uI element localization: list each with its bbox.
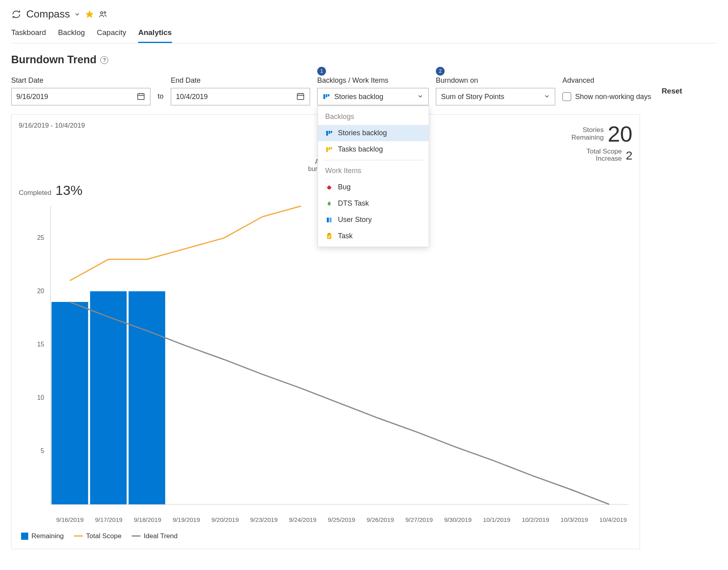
svg-rect-30 xyxy=(51,302,88,504)
end-date-picker[interactable]: 10/4/2019 xyxy=(171,88,310,105)
tab-analytics[interactable]: Analytics xyxy=(138,28,172,43)
stories-remaining-value: 20 xyxy=(608,122,632,146)
help-icon[interactable]: ? xyxy=(100,56,108,64)
iteration-icon xyxy=(11,9,21,19)
step-badge-1: 1 xyxy=(317,67,326,76)
dropdown-item-label: User Story xyxy=(338,216,372,224)
svg-point-20 xyxy=(328,186,331,189)
backlogs-select[interactable]: Stories backlog Backlogs Stories backlog… xyxy=(317,88,429,105)
advanced-label: Advanced xyxy=(562,76,651,85)
total-scope-increase-label-bottom: Increase xyxy=(586,155,622,163)
stories-remaining-label-bottom: Remaining xyxy=(571,134,603,142)
dropdown-item-dts-task[interactable]: DTS Task xyxy=(318,195,429,212)
svg-rect-14 xyxy=(326,131,328,136)
clipboard-icon xyxy=(325,232,333,240)
flame-icon xyxy=(325,200,333,208)
tab-taskboard[interactable]: Taskboard xyxy=(11,28,46,43)
reset-button[interactable]: Reset xyxy=(662,87,682,95)
tab-backlog[interactable]: Backlog xyxy=(58,28,85,43)
backlogs-value: Stories backlog xyxy=(334,93,383,101)
book-icon xyxy=(325,216,333,224)
svg-rect-27 xyxy=(328,233,330,234)
date-range-separator: to xyxy=(158,92,164,105)
legend-ideal-trend: Ideal Trend xyxy=(132,532,178,540)
svg-rect-17 xyxy=(326,147,328,152)
chart-date-range: 9/16/2019 - 10/4/2019 xyxy=(19,122,85,130)
chevron-down-icon xyxy=(417,93,424,101)
burndown-on-value: Sum of Story Points xyxy=(441,93,504,101)
dropdown-item-stories-backlog[interactable]: Stories backlog xyxy=(318,125,429,141)
svg-rect-26 xyxy=(327,233,332,239)
chevron-down-icon xyxy=(544,93,550,101)
dropdown-item-label: Stories backlog xyxy=(338,129,387,137)
show-nonworking-checkbox[interactable] xyxy=(562,92,571,101)
step-badge-2: 2 xyxy=(436,67,445,76)
legend-total-scope: Total Scope xyxy=(74,532,121,540)
dropdown-group-backlogs: Backlogs xyxy=(318,109,429,125)
burndown-plot: 510152025 9/16/20199/17/20199/18/20199/1… xyxy=(35,202,632,512)
calendar-icon xyxy=(296,92,305,102)
completed-value: 13% xyxy=(55,183,82,198)
dropdown-item-user-story[interactable]: User Story xyxy=(318,212,429,228)
kanban-icon xyxy=(322,93,330,101)
svg-rect-15 xyxy=(329,131,330,134)
svg-marker-0 xyxy=(86,10,93,17)
team-icon[interactable] xyxy=(99,10,107,19)
calendar-icon xyxy=(137,92,145,102)
svg-rect-32 xyxy=(129,291,165,504)
dropdown-item-task[interactable]: Task xyxy=(318,228,429,244)
kanban-icon xyxy=(325,129,333,137)
svg-rect-24 xyxy=(327,218,329,222)
svg-rect-16 xyxy=(331,131,332,133)
burndown-on-select[interactable]: Sum of Story Points xyxy=(436,88,555,105)
svg-rect-12 xyxy=(326,94,328,97)
stories-remaining-label-top: Stories xyxy=(571,126,603,134)
burndown-on-label: Burndown on xyxy=(436,76,555,85)
page-tabs: Taskboard Backlog Capacity Analytics xyxy=(11,28,717,43)
dropdown-group-workitems: Work Items xyxy=(318,163,429,179)
svg-rect-11 xyxy=(324,94,326,99)
svg-rect-3 xyxy=(138,93,144,99)
show-nonworking-label: Show non-working days xyxy=(575,93,651,101)
dropdown-item-label: DTS Task xyxy=(338,199,369,208)
legend-remaining: Remaining xyxy=(21,532,64,540)
end-date-value: 10/4/2019 xyxy=(176,93,208,101)
dropdown-item-label: Bug xyxy=(338,183,351,191)
backlogs-label: Backlogs / Work Items xyxy=(317,76,429,85)
backlogs-dropdown: Backlogs Stories backlog Tasks backlog W… xyxy=(318,106,429,247)
svg-rect-25 xyxy=(330,218,332,222)
dropdown-item-label: Tasks backlog xyxy=(338,145,383,154)
start-date-value: 9/16/2019 xyxy=(16,93,48,101)
dropdown-item-tasks-backlog[interactable]: Tasks backlog xyxy=(318,141,429,158)
start-date-picker[interactable]: 9/16/2019 xyxy=(11,88,150,105)
filter-bar: Start Date 9/16/2019 to End Date 10/4/20… xyxy=(11,76,717,105)
chart-legend: Remaining Total Scope Ideal Trend xyxy=(21,532,632,540)
bug-icon xyxy=(325,183,333,191)
dropdown-item-label: Task xyxy=(338,232,353,240)
end-date-label: End Date xyxy=(171,76,310,85)
svg-point-1 xyxy=(100,12,103,14)
section-title: Burndown Trend ? xyxy=(11,54,717,66)
svg-rect-18 xyxy=(329,147,330,150)
total-scope-increase-label-top: Total Scope xyxy=(586,148,622,156)
svg-rect-19 xyxy=(331,147,332,149)
tab-capacity[interactable]: Capacity xyxy=(97,28,126,43)
completed-label: Completed xyxy=(19,189,51,197)
section-title-text: Burndown Trend xyxy=(11,54,96,66)
kanban-icon xyxy=(325,146,333,154)
svg-rect-31 xyxy=(90,291,127,504)
chevron-down-icon xyxy=(74,11,80,18)
project-picker[interactable]: Compass xyxy=(26,8,80,20)
svg-rect-7 xyxy=(297,93,304,99)
project-name: Compass xyxy=(26,8,70,20)
project-header: Compass xyxy=(11,8,717,20)
start-date-label: Start Date xyxy=(11,76,150,85)
total-scope-increase-value: 2 xyxy=(626,149,632,162)
dropdown-item-bug[interactable]: Bug xyxy=(318,179,429,195)
svg-point-2 xyxy=(104,12,105,13)
favorite-star-icon[interactable] xyxy=(85,10,94,19)
svg-rect-13 xyxy=(328,94,330,96)
dropdown-separator xyxy=(324,160,423,160)
